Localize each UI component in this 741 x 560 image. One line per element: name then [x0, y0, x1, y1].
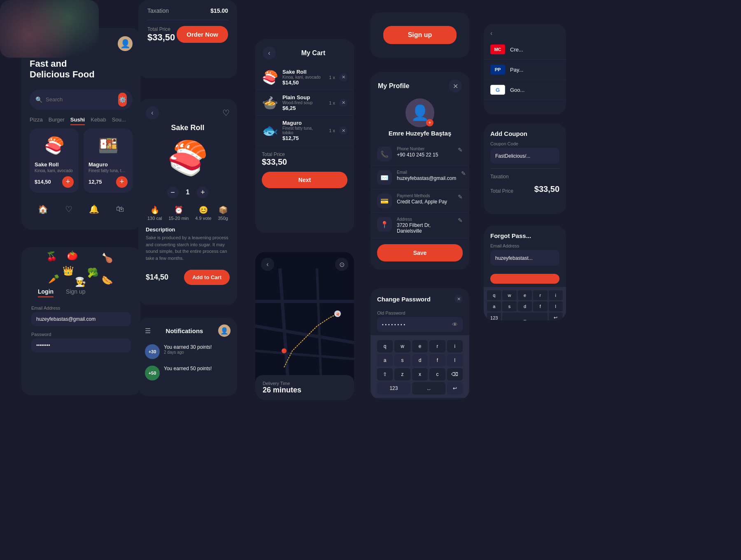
add-maguro-button[interactable]: + [116, 176, 128, 188]
password-field-label: Password [31, 332, 131, 337]
key-a[interactable]: a [377, 354, 393, 366]
edit-payment-button[interactable]: ✎ [458, 194, 463, 200]
notif-menu-icon[interactable]: ☰ [145, 327, 151, 335]
order-now-button[interactable]: Order Now [177, 26, 228, 43]
food-card-maguro[interactable]: 🍱 Maguro Finest fatty tuna, tobi... 12,7… [84, 128, 133, 193]
nav-heart-icon[interactable]: ♡ [65, 204, 72, 214]
fkey-q[interactable]: q [487, 290, 501, 300]
edit-address-button[interactable]: ✎ [458, 217, 463, 224]
profile-close-button[interactable]: ✕ [449, 79, 462, 93]
increase-quantity-button[interactable]: + [197, 187, 208, 198]
key-i[interactable]: i [447, 340, 463, 352]
key-l[interactable]: l [447, 354, 463, 366]
forgot-pw-submit-button[interactable] [490, 274, 559, 284]
coupon-code-input[interactable]: FastDelicious/... [490, 148, 559, 163]
fkey-s[interactable]: s [502, 301, 516, 311]
back-button[interactable]: ‹ [146, 106, 159, 119]
add-to-cart-button[interactable]: Add to Cart [184, 270, 230, 285]
profile-header: My Profile ✕ [370, 72, 469, 93]
save-profile-button[interactable]: Save [377, 244, 463, 261]
total-row: Total Price $33,50 Order Now [138, 22, 237, 49]
key-space[interactable]: ⎵ [412, 382, 445, 394]
fkey-a[interactable]: a [487, 301, 501, 311]
category-pizza[interactable]: Pizza [30, 117, 43, 125]
cart-total-info: Total Price $33,50 [262, 152, 287, 167]
maguro-cart-info: Maguro Finest fatty tuna, tobiko $12,75 [282, 120, 325, 141]
old-pw-input[interactable]: •••••••• 👁 [377, 317, 463, 332]
decrease-quantity-button[interactable]: − [167, 187, 179, 198]
key-d[interactable]: d [412, 354, 428, 366]
email-input[interactable] [31, 312, 131, 326]
avatar[interactable]: 👤 [118, 36, 133, 51]
payment-mastercard[interactable]: MC Cre... [484, 40, 566, 60]
fkey-w[interactable]: w [502, 290, 516, 300]
favorite-button[interactable]: ♡ [222, 108, 230, 118]
fkey-e[interactable]: e [518, 290, 532, 300]
next-button[interactable]: Next [262, 172, 347, 188]
key-shift[interactable]: ⇧ [377, 368, 393, 380]
remove-plain-soup-button[interactable]: ✕ [339, 99, 347, 107]
category-sushi[interactable]: Sushi [70, 117, 85, 125]
fkey-r[interactable]: r [533, 290, 547, 300]
category-burger[interactable]: Burger [49, 117, 65, 125]
key-s[interactable]: s [394, 354, 410, 366]
key-return[interactable]: ↩ [447, 382, 463, 394]
food-card-sake-roll[interactable]: 🍣 Sake Roll Kinoa, kani, avocado $14,50 … [30, 128, 79, 193]
add-sake-roll-button[interactable]: + [62, 176, 74, 188]
nav-home-icon[interactable]: 🏠 [38, 204, 48, 214]
cart-back-button[interactable]: ‹ [263, 47, 276, 60]
password-toggle-icon[interactable]: 👁 [452, 321, 458, 328]
stat-rating: 😊 4.9 vote [195, 205, 211, 221]
signup-button[interactable]: Sign up [383, 26, 457, 44]
payment-paypal[interactable]: PP Pay... [484, 60, 566, 80]
forgot-pw-keyboard: q w e r i a s d f l 123 _ ↩ [484, 287, 566, 320]
fkey-space[interactable]: _ [502, 313, 547, 320]
key-x[interactable]: x [412, 368, 428, 380]
fkey-123[interactable]: 123 [487, 313, 501, 320]
edit-email-button[interactable]: ✎ [461, 170, 466, 177]
fkey-f[interactable]: f [533, 301, 547, 311]
fkey-return[interactable]: ↩ [549, 313, 563, 320]
address-label: Address [397, 217, 453, 222]
sake-roll-bottom: $14,50 + [35, 176, 74, 188]
divider [147, 20, 228, 20]
notif-avatar: 👤 [218, 324, 231, 337]
key-r[interactable]: r [429, 340, 445, 352]
remove-maguro-button[interactable]: ✕ [339, 126, 347, 135]
nav-bag-icon[interactable]: 🛍 [116, 204, 124, 214]
key-q[interactable]: q [377, 340, 393, 352]
key-backspace[interactable]: ⌫ [447, 368, 463, 380]
fkey-i[interactable]: i [549, 290, 563, 300]
old-pw-dots: •••••••• [382, 322, 407, 327]
paypal-logo: PP [490, 65, 505, 75]
nav-bell-icon[interactable]: 🔔 [89, 204, 99, 214]
map-location-button[interactable]: ⊙ [335, 258, 348, 271]
payment-google[interactable]: G Goo... [484, 80, 566, 100]
key-c[interactable]: c [429, 368, 445, 380]
fkey-l[interactable]: l [549, 301, 563, 311]
remove-sake-roll-button[interactable]: ✕ [339, 73, 347, 82]
cart-total-row: Total Price $33,50 [262, 152, 347, 167]
edit-phone-button[interactable]: ✎ [458, 147, 463, 153]
forgot-email-input[interactable]: huzeyfebastast... [490, 250, 559, 266]
login-tab[interactable]: Login [38, 288, 54, 297]
payment-back-button[interactable]: ‹ [484, 24, 499, 40]
password-input[interactable] [31, 338, 131, 352]
signup-tab[interactable]: Sign up [66, 288, 85, 297]
key-123[interactable]: 123 [377, 382, 410, 394]
fkey-d[interactable]: d [518, 301, 532, 311]
key-f[interactable]: f [429, 354, 445, 366]
coupon-total-label: Total Price [490, 188, 513, 194]
filter-button[interactable]: ⚙️ [118, 93, 127, 107]
change-pw-close-button[interactable]: ✕ [454, 295, 463, 303]
key-w[interactable]: w [394, 340, 410, 352]
edit-avatar-button[interactable]: + [426, 119, 433, 126]
search-input[interactable] [46, 96, 115, 103]
key-z[interactable]: z [394, 368, 410, 380]
category-kebab[interactable]: Kebab [91, 117, 106, 125]
category-soup[interactable]: Sou... [112, 117, 126, 125]
payment-label: Payment Methods [397, 194, 453, 198]
key-e[interactable]: e [412, 340, 428, 352]
map-back-button[interactable]: ‹ [261, 258, 274, 271]
notif-badge-30: +30 [145, 344, 160, 359]
